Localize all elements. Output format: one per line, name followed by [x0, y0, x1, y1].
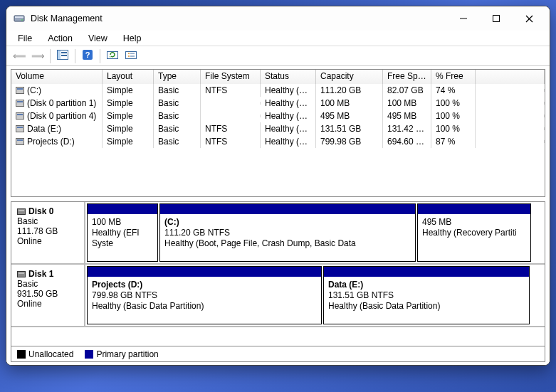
panel-icon [57, 50, 68, 62]
partition-size: 131.51 GB NTFS [328, 290, 525, 301]
swatch-unallocated-icon [17, 350, 26, 359]
forward-button[interactable]: ⟹ [29, 48, 46, 64]
volume-pfree: 100 % [431, 97, 476, 110]
volume-row[interactable]: Projects (D:)SimpleBasicNTFSHealthy (B..… [11, 135, 545, 148]
content-area: Volume Layout Type File System Status Ca… [6, 66, 550, 365]
help-icon: ? [82, 49, 93, 63]
volume-list-body: (C:)SimpleBasicNTFSHealthy (B...111.20 G… [11, 84, 545, 148]
svg-rect-10 [61, 55, 67, 56]
graphical-view: Disk 0Basic111.78 GBOnline100 MBHealthy … [11, 201, 545, 362]
volume-free: 100 MB [383, 97, 431, 110]
volume-list-header[interactable]: Volume Layout Type File System Status Ca… [11, 70, 545, 84]
col-type[interactable]: Type [154, 70, 201, 84]
disk-size: 111.78 GB [17, 226, 78, 236]
partition[interactable]: Projects (D:)799.98 GB NTFSHealthy (Basi… [87, 266, 322, 324]
volume-layout: Simple [103, 97, 154, 110]
partition-status: Healthy (EFI Syste [92, 228, 153, 249]
partition-size: 111.20 GB NTFS [164, 228, 411, 238]
volume-status: Healthy (B... [261, 122, 316, 135]
swatch-primary-icon [85, 350, 93, 359]
menu-action[interactable]: Action [41, 32, 80, 45]
col-capacity[interactable]: Capacity [316, 70, 383, 84]
disk-state: Online [17, 236, 78, 246]
close-button[interactable] [513, 6, 545, 31]
volume-capacity: 111.20 GB [316, 84, 383, 97]
volume-free: 131.42 GB [383, 122, 431, 135]
volume-pfree: 87 % [431, 135, 476, 148]
volume-status: Healthy (R... [261, 110, 316, 122]
maximize-button[interactable] [480, 6, 513, 31]
partition-color-bar [88, 204, 157, 214]
show-hide-button[interactable] [54, 48, 71, 64]
col-filler [476, 70, 545, 84]
partition[interactable]: 100 MBHealthy (EFI Syste [87, 203, 158, 262]
app-icon [14, 13, 25, 24]
disk-management-window: Disk Management File Action View Help ⟸ … [6, 6, 550, 366]
volume-row[interactable]: (Disk 0 partition 1)SimpleBasicHealthy (… [11, 97, 545, 110]
minimize-button[interactable] [447, 6, 480, 31]
volume-fs: NTFS [201, 122, 261, 135]
partition[interactable]: 495 MBHealthy (Recovery Partiti [417, 203, 531, 262]
partition-color-bar [88, 267, 321, 277]
volume-pfree: 100 % [431, 122, 476, 135]
menu-file[interactable]: File [11, 32, 39, 45]
refresh-button[interactable] [104, 48, 121, 64]
volume-icon [16, 138, 24, 145]
back-button[interactable]: ⟸ [11, 48, 28, 64]
menu-view[interactable]: View [81, 32, 115, 45]
disk-kind: Basic [17, 216, 78, 226]
volume-status: Healthy (B... [261, 84, 316, 97]
disk-label[interactable]: Disk 1Basic931.50 GBOnline [11, 265, 85, 326]
toolbar-separator [75, 49, 75, 63]
partition-status: Healthy (Basic Data Partition) [328, 301, 525, 312]
svg-text:?: ? [85, 51, 90, 59]
arrow-left-icon: ⟸ [13, 51, 26, 61]
volume-layout: Simple [103, 122, 154, 135]
volume-type: Basic [154, 135, 201, 148]
volume-fs: NTFS [201, 84, 261, 97]
svg-rect-14 [126, 52, 137, 59]
list-settings-icon [125, 50, 137, 62]
volume-name: (Disk 0 partition 4) [27, 111, 96, 121]
volume-layout: Simple [103, 135, 154, 148]
titlebar[interactable]: Disk Management [6, 6, 550, 31]
volume-status: Healthy (B... [261, 135, 316, 148]
volume-capacity: 100 MB [316, 97, 383, 110]
col-status[interactable]: Status [261, 70, 316, 84]
volume-icon [16, 112, 24, 120]
partition[interactable]: (C:)111.20 GB NTFSHealthy (Boot, Page Fi… [159, 203, 416, 262]
partition-status: Healthy (Recovery Partiti [422, 228, 526, 238]
partition-color-bar [324, 267, 529, 277]
partition-name: Projects (D:) [92, 280, 317, 290]
col-volume[interactable]: Volume [11, 70, 103, 84]
partition[interactable]: Data (E:)131.51 GB NTFSHealthy (Basic Da… [323, 266, 530, 324]
col-layout[interactable]: Layout [103, 70, 154, 84]
disk-size: 931.50 GB [17, 289, 78, 299]
menu-help[interactable]: Help [116, 32, 149, 45]
col-pfree[interactable]: % Free [431, 70, 476, 84]
partition-area: Projects (D:)799.98 GB NTFSHealthy (Basi… [85, 265, 545, 326]
help-button[interactable]: ? [79, 48, 96, 64]
volume-type: Basic [154, 110, 201, 122]
settings-button[interactable] [122, 48, 140, 64]
partition-size: 495 MB [422, 217, 526, 228]
volume-list[interactable]: Volume Layout Type File System Status Ca… [11, 69, 545, 197]
volume-row[interactable]: (C:)SimpleBasicNTFSHealthy (B...111.20 G… [11, 84, 545, 97]
svg-point-16 [128, 55, 130, 57]
volume-layout: Simple [103, 84, 154, 97]
volume-status: Healthy (E... [261, 97, 316, 110]
svg-rect-4 [493, 16, 500, 22]
volume-free: 694.60 GB [383, 135, 431, 148]
volume-name: Data (E:) [27, 124, 61, 134]
disk-label[interactable]: Disk 0Basic111.78 GBOnline [11, 202, 85, 263]
window-controls [447, 6, 545, 31]
disk-icon [17, 271, 26, 277]
col-filesystem[interactable]: File System [201, 70, 261, 84]
col-free[interactable]: Free Spa... [383, 70, 431, 84]
partition-size: 799.98 GB NTFS [92, 290, 317, 301]
volume-row[interactable]: (Disk 0 partition 4)SimpleBasicHealthy (… [11, 110, 545, 122]
legend: Unallocated Primary partition [11, 346, 545, 361]
partition-color-bar [160, 204, 415, 214]
volume-row[interactable]: Data (E:)SimpleBasicNTFSHealthy (B...131… [11, 122, 545, 135]
partition-name: Data (E:) [328, 280, 525, 290]
